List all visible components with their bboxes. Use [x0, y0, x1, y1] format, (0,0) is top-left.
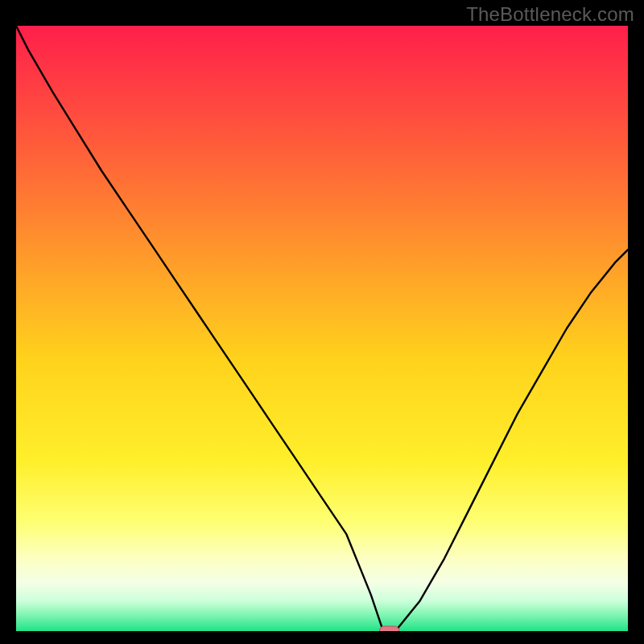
plot-area: [16, 26, 628, 631]
watermark-text: TheBottleneck.com: [466, 3, 634, 26]
chart-frame: TheBottleneck.com: [0, 0, 644, 644]
gradient-background: [16, 26, 628, 631]
chart-svg: [16, 26, 628, 631]
optimal-point-marker: [380, 626, 399, 631]
